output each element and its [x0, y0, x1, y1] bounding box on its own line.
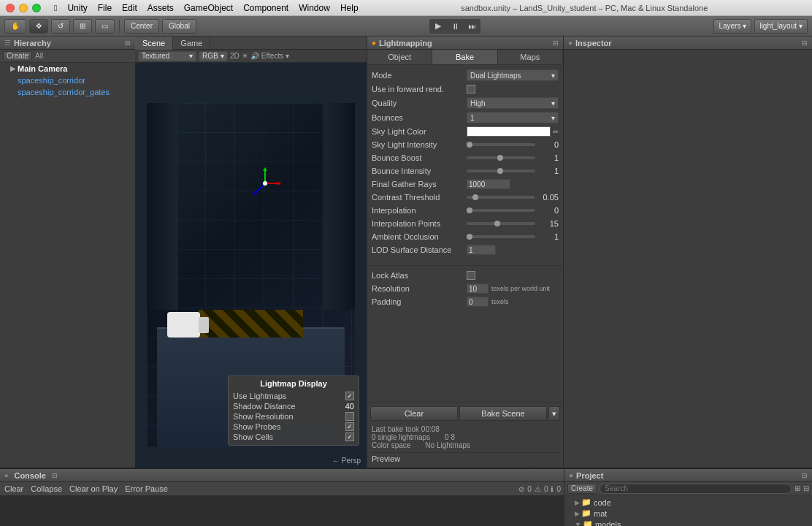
window-menu[interactable]: Window	[299, 3, 330, 13]
project-icon-1[interactable]: ⊞	[794, 484, 800, 492]
lightmapping-expand[interactable]: ⊟	[553, 39, 559, 47]
global-btn[interactable]: Global	[162, 19, 196, 34]
lightmapping-footer: Clear Bake Scene ▾ Last bake took 00:08 …	[367, 403, 563, 468]
bake-arrow-button[interactable]: ▾	[548, 406, 560, 421]
close-button[interactable]	[6, 4, 15, 12]
lm-lockatlas-control	[467, 271, 559, 280]
layout-dropdown[interactable]: light_layout ▾	[754, 19, 808, 34]
ld-shadow-value[interactable]: 40	[345, 402, 354, 411]
gameobject-menu[interactable]: GameObject	[184, 3, 233, 13]
scale-tool-btn[interactable]: ⊞	[73, 19, 92, 34]
minimize-button[interactable]	[19, 4, 28, 12]
hierarchy-spaceship-corridor[interactable]: spaceship_corridor	[0, 75, 135, 86]
center-btn[interactable]: Center	[124, 19, 159, 34]
scene-2d-btn[interactable]: 2D	[230, 52, 240, 60]
lm-ao-thumb[interactable]	[467, 234, 472, 240]
lm-padding-input[interactable]	[467, 297, 489, 307]
scene-color-dropdown[interactable]: RGB▾	[199, 51, 228, 61]
scene-mode-dropdown[interactable]: Textured▾	[138, 51, 196, 61]
step-button[interactable]: ⏭	[464, 20, 480, 33]
lm-lod-input[interactable]	[467, 245, 496, 255]
lm-contrast-label: Contrast Threshold	[372, 193, 467, 202]
lm-ao-slider[interactable]	[467, 235, 535, 238]
console-clear-play-btn[interactable]: Clear on Play	[68, 484, 119, 493]
maximize-button[interactable]	[32, 4, 41, 12]
lm-quality-dropdown[interactable]: High ▾	[467, 97, 559, 109]
lm-stats-row: 0 single lightmaps 0 8	[372, 433, 559, 441]
edit-menu[interactable]: Edit	[122, 3, 137, 13]
move-tool-btn[interactable]: ✥	[29, 19, 48, 34]
ld-resolution-label: Show Resolution	[233, 412, 294, 421]
lm-ao-control: 1	[467, 232, 559, 241]
scene-tab[interactable]: Scene	[135, 37, 173, 50]
lm-bounceintensity-thumb[interactable]	[497, 168, 503, 174]
rect-tool-btn[interactable]: ▭	[95, 19, 115, 34]
bake-scene-button[interactable]: Bake Scene	[459, 406, 547, 421]
hierarchy-expand[interactable]: ⊟	[125, 39, 131, 47]
scene-audio-btn[interactable]: 🔊	[250, 52, 259, 60]
lm-colorspace-row: Color space No Lightmaps	[372, 441, 559, 449]
project-item-models[interactable]: ▼ 📁 models	[564, 519, 812, 526]
lm-interppoints-thumb[interactable]	[494, 221, 500, 226]
console-expand[interactable]: ⊟	[52, 472, 58, 479]
hierarchy-main-camera[interactable]: ▶ Main Camera	[0, 63, 135, 75]
lm-mode-dropdown[interactable]: Dual Lightmaps ▾	[467, 69, 559, 81]
ld-resolution-checkbox[interactable]	[345, 412, 354, 421]
project-icon-2[interactable]: ⊟	[803, 484, 809, 492]
ld-use-lightmaps-checkbox[interactable]	[345, 392, 354, 400]
lm-interpolation-thumb[interactable]	[467, 207, 472, 213]
lightmap-display-title: Lightmap Display	[231, 379, 356, 388]
project-create-btn[interactable]: Create	[567, 484, 597, 494]
lm-bounceboost-thumb[interactable]	[497, 155, 503, 161]
lm-skyintensity-slider[interactable]	[467, 143, 535, 146]
scene-view[interactable]: ← Persp Lightmap Display Use Lightmaps S…	[135, 63, 367, 468]
lm-contrast-slider[interactable]	[467, 196, 535, 199]
lm-finalgather-input[interactable]	[467, 179, 510, 189]
game-tab[interactable]: Game	[173, 37, 210, 50]
inspector-expand[interactable]: ⊟	[802, 39, 808, 47]
file-menu[interactable]: File	[98, 3, 112, 13]
play-button[interactable]: ▶	[430, 20, 446, 33]
ld-cells-checkbox[interactable]	[345, 432, 354, 441]
help-menu[interactable]: Help	[340, 3, 359, 13]
lm-forward-checkbox[interactable]	[467, 85, 475, 94]
hierarchy-create-btn[interactable]: Create	[3, 51, 32, 61]
scene-lighting-btn[interactable]: ☀	[242, 52, 248, 60]
tab-bake[interactable]: Bake	[432, 50, 497, 64]
lm-color-picker[interactable]	[467, 126, 551, 137]
lm-interppoints-slider[interactable]	[467, 222, 535, 225]
lm-contrast-thumb[interactable]	[472, 194, 478, 200]
hand-tool-btn[interactable]: ✋	[4, 19, 26, 34]
ld-probes-checkbox[interactable]	[345, 422, 354, 431]
color-pencil-icon[interactable]: ✏	[553, 128, 559, 136]
lm-bounces-dropdown[interactable]: 1 ▾	[467, 112, 559, 123]
tab-object[interactable]: Object	[367, 50, 432, 64]
assets-menu[interactable]: Assets	[148, 3, 174, 13]
layers-dropdown[interactable]: Layers ▾	[713, 19, 751, 34]
clear-button[interactable]: Clear	[370, 406, 458, 421]
hierarchy-toolbar: Create All	[0, 50, 135, 63]
console-collapse-btn[interactable]: Collapse	[29, 484, 64, 493]
lm-skyintensity-thumb[interactable]	[467, 142, 472, 148]
models-arrow: ▼	[575, 521, 581, 527]
project-search[interactable]	[600, 484, 792, 494]
lm-lockatlas-checkbox[interactable]	[467, 271, 475, 280]
lm-lockatlas-row: Lock Atlas	[367, 269, 563, 282]
console-clear-btn[interactable]: Clear	[3, 484, 25, 493]
lm-resolution-input[interactable]	[467, 283, 489, 294]
scene-effects-btn[interactable]: Effects ▾	[261, 52, 289, 60]
pause-button[interactable]: ⏸	[447, 20, 463, 33]
tab-maps[interactable]: Maps	[498, 50, 563, 64]
project-expand[interactable]: ⊟	[802, 472, 808, 479]
console-error-pause-btn[interactable]: Error Pause	[123, 484, 169, 493]
project-item-code[interactable]: ▶ 📁 code	[564, 497, 812, 508]
project-item-mat[interactable]: ▶ 📁 mat	[564, 508, 812, 519]
apple-menu[interactable]: 	[54, 3, 57, 13]
unity-menu[interactable]: Unity	[67, 3, 87, 13]
lm-bounceboost-slider[interactable]	[467, 156, 535, 159]
lm-bounceintensity-slider[interactable]	[467, 169, 535, 172]
lm-interpolation-slider[interactable]	[467, 209, 535, 212]
component-menu[interactable]: Component	[243, 3, 288, 13]
rotate-tool-btn[interactable]: ↺	[51, 19, 70, 34]
hierarchy-spaceship-corridor-gates[interactable]: spaceship_corridor_gates	[0, 86, 135, 98]
